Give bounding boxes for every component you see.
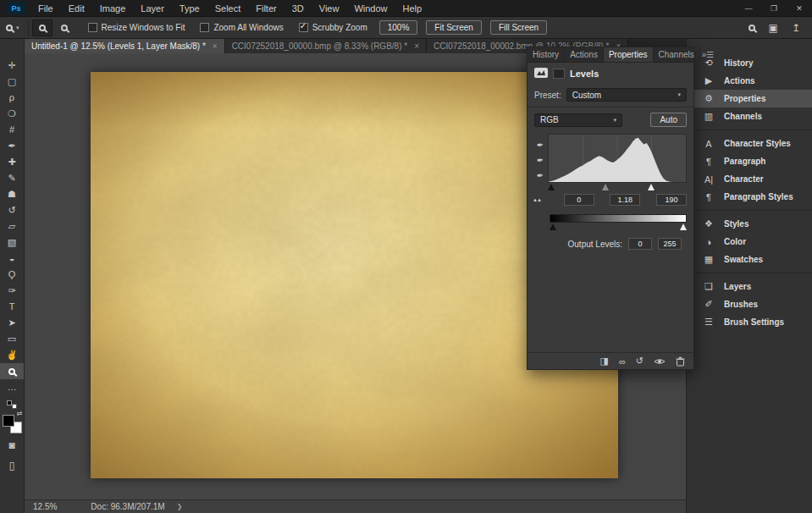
swap-colors-icon[interactable]: ⇄: [17, 410, 23, 417]
dock-item-styles[interactable]: ❖Styles: [687, 215, 812, 233]
adjustment-header: Levels: [528, 63, 693, 85]
panel-tab-channels[interactable]: Channels: [654, 47, 700, 62]
dodge-tool[interactable]: Ϙ: [0, 267, 24, 283]
tab-close-icon[interactable]: ×: [213, 41, 218, 51]
gray-point-eyedropper-icon[interactable]: ✒: [537, 156, 544, 165]
menu-filter[interactable]: Filter: [248, 0, 284, 16]
dock-item-brush-settings[interactable]: ☰Brush Settings: [687, 313, 812, 331]
document-tab-cci07252018-00000-bmp-8-[interactable]: CCI07252018_00000.bmp @ 8.33% (RGB/8) *×: [225, 39, 427, 53]
menu-window[interactable]: Window: [346, 0, 395, 16]
panel-menu-icon[interactable]: ☰: [706, 47, 719, 62]
panel-tab-properties[interactable]: Properties: [604, 47, 654, 62]
clip-to-layer-icon[interactable]: ◨: [600, 356, 609, 367]
zoom-in-button[interactable]: [32, 19, 52, 36]
zoom-out-button[interactable]: [54, 19, 75, 36]
options-button-fit-screen[interactable]: Fit Screen: [426, 20, 482, 35]
options-button-fill-screen[interactable]: Fill Screen: [490, 20, 547, 35]
path-selection-tool[interactable]: ➤: [0, 315, 24, 331]
crop-tool[interactable]: #: [0, 122, 24, 138]
output-black-field[interactable]: 0: [628, 238, 652, 250]
checkbox-scrubby-zoom[interactable]: Scrubby Zoom: [299, 23, 367, 32]
dock-item-character-styles[interactable]: ACharacter Styles: [687, 135, 812, 152]
panel-tab-history[interactable]: History: [528, 47, 565, 62]
minimize-button[interactable]: —: [736, 0, 761, 16]
eyedropper-tool[interactable]: ✒: [0, 138, 24, 154]
white-point-slider[interactable]: [648, 184, 655, 190]
clone-stamp-tool[interactable]: ☗: [0, 186, 24, 202]
close-button[interactable]: ✕: [787, 0, 812, 16]
menu-view[interactable]: View: [312, 0, 347, 16]
spot-healing-brush-tool[interactable]: ✚: [0, 154, 24, 170]
menu-image[interactable]: Image: [92, 0, 134, 16]
menu-type[interactable]: Type: [172, 0, 207, 16]
zoom-level-field[interactable]: 12.5%: [25, 502, 57, 511]
blur-tool[interactable]: ◒: [0, 251, 24, 267]
menu-select[interactable]: Select: [207, 0, 249, 16]
dock-item-paragraph-styles[interactable]: ¶Paragraph Styles: [687, 188, 812, 206]
dock-item-paragraph[interactable]: ¶Paragraph: [687, 152, 812, 170]
screen-mode-button[interactable]: ▯: [0, 457, 24, 474]
dock-item-character[interactable]: A|Character: [687, 170, 812, 188]
gradient-tool[interactable]: ▧: [0, 234, 24, 251]
white-point-eyedropper-icon[interactable]: ✒: [537, 171, 544, 180]
move-tool[interactable]: ✛: [0, 58, 24, 74]
dock-item-brushes[interactable]: ✐Brushes: [687, 295, 812, 313]
menu-file[interactable]: File: [30, 0, 61, 16]
document-tab-untitled-1-12-5-levels-1[interactable]: Untitled-1 @ 12.5% (Levels 1, Layer Mask…: [25, 39, 225, 53]
options-button-100[interactable]: 100%: [379, 20, 418, 35]
dock-item-actions[interactable]: ▶Actions: [687, 72, 812, 90]
black-point-slider[interactable]: [548, 184, 555, 190]
input-black-field[interactable]: 0: [564, 194, 594, 206]
tool-preset-picker[interactable]: ▾: [0, 25, 25, 31]
quick-mask-button[interactable]: ◙: [0, 437, 24, 454]
output-black-slider[interactable]: [550, 223, 556, 230]
zoom-tool[interactable]: [0, 363, 24, 379]
channel-dropdown[interactable]: RGB ▾: [534, 113, 622, 127]
eraser-tool[interactable]: ▱: [0, 218, 24, 234]
dock-item-layers[interactable]: ❏Layers: [687, 278, 812, 295]
preset-dropdown[interactable]: Custom ▾: [566, 88, 687, 102]
rectangular-marquee-tool[interactable]: ▢: [0, 74, 24, 90]
dock-item-properties[interactable]: ⚙Properties: [687, 90, 812, 108]
delete-icon[interactable]: [676, 356, 685, 367]
output-white-slider[interactable]: [680, 223, 687, 230]
panel-tab-actions[interactable]: Actions: [565, 47, 604, 62]
dock-item-swatches[interactable]: ▦Swatches: [687, 251, 812, 268]
share-icon[interactable]: ↥: [792, 22, 800, 34]
dock-item-channels[interactable]: ▥Channels: [687, 108, 812, 125]
input-white-field[interactable]: 190: [656, 194, 687, 206]
hand-tool[interactable]: ✌: [0, 347, 24, 363]
default-colors-icon[interactable]: [7, 400, 17, 409]
pen-tool[interactable]: ✑: [0, 283, 24, 299]
checkbox-zoom-all-windows[interactable]: Zoom All Windows: [200, 23, 283, 32]
edit-toolbar[interactable]: …: [0, 379, 24, 395]
brush-tool[interactable]: ✎: [0, 170, 24, 186]
tab-close-icon[interactable]: ×: [414, 41, 419, 51]
reset-icon[interactable]: ↺: [636, 356, 644, 367]
history-brush-tool[interactable]: ↺: [0, 202, 24, 218]
lasso-tool[interactable]: ρ: [0, 90, 24, 106]
visibility-eye-icon[interactable]: [654, 357, 666, 366]
rectangle-tool[interactable]: ▭: [0, 331, 24, 347]
foreground-color-swatch[interactable]: [3, 415, 14, 427]
menu-layer[interactable]: Layer: [133, 0, 172, 16]
menu-help[interactable]: Help: [395, 0, 430, 16]
dock-item-color[interactable]: ◑Color: [687, 233, 812, 251]
layer-mask-thumbnail[interactable]: [553, 69, 565, 79]
gamma-slider[interactable]: [602, 184, 609, 190]
workspace-switcher-icon[interactable]: ▣: [769, 22, 778, 34]
status-menu-chevron[interactable]: ❯: [177, 503, 183, 510]
previous-state-icon[interactable]: ∞: [619, 356, 626, 367]
menu-3d[interactable]: 3D: [284, 0, 312, 16]
type-tool[interactable]: T: [0, 299, 24, 315]
search-icon[interactable]: [748, 25, 755, 31]
auto-button[interactable]: Auto: [650, 113, 687, 127]
input-gamma-field[interactable]: 1.18: [610, 194, 640, 206]
menu-edit[interactable]: Edit: [61, 0, 92, 16]
quick-selection-tool[interactable]: ❍: [0, 106, 24, 122]
restore-button[interactable]: ❐: [761, 0, 787, 16]
checkbox-resize-windows-to-fit[interactable]: Resize Windows to Fit: [88, 23, 185, 32]
black-point-eyedropper-icon[interactable]: ✒: [537, 141, 544, 150]
histogram[interactable]: [548, 134, 687, 183]
output-white-field[interactable]: 255: [658, 238, 682, 250]
